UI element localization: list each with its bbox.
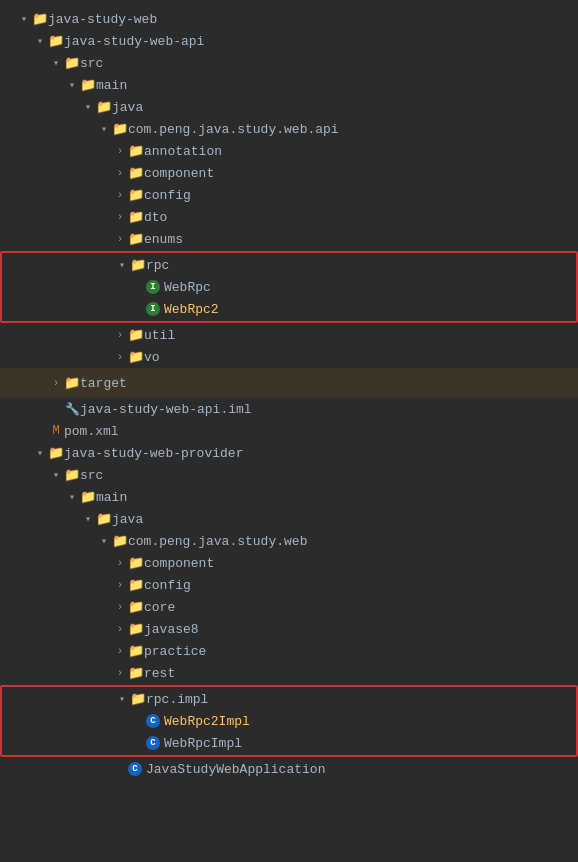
tree-item-src-api[interactable]: 📁 src xyxy=(0,52,578,74)
tree-item-iml-api[interactable]: 🔧 java-study-web-api.iml xyxy=(0,398,578,420)
tree-item-config-api[interactable]: 📁 config xyxy=(0,184,578,206)
label-WebRpc2: WebRpc2 xyxy=(164,302,219,317)
label-practice: practice xyxy=(144,644,206,659)
tree-item-rpc-impl[interactable]: 📁 rpc.impl xyxy=(2,688,576,710)
folder-icon-component-api: 📁 xyxy=(128,166,144,180)
tree-item-java-study-web-api[interactable]: 📁 java-study-web-api xyxy=(0,30,578,52)
folder-icon-main-api: 📁 xyxy=(80,78,96,92)
tree-item-practice[interactable]: 📁 practice xyxy=(0,640,578,662)
label-config-api: config xyxy=(144,188,191,203)
arrow-src-prov xyxy=(48,469,64,481)
folder-icon-util: 📁 xyxy=(128,328,144,342)
tree-item-rest[interactable]: 📁 rest xyxy=(0,662,578,684)
folder-icon-vo: 📁 xyxy=(128,350,144,364)
label-iml-api: java-study-web-api.iml xyxy=(80,402,252,417)
tree-item-core-prov[interactable]: 📁 core xyxy=(0,596,578,618)
tree-item-component-api[interactable]: 📁 component xyxy=(0,162,578,184)
arrow-core-prov xyxy=(112,602,128,613)
label-enums: enums xyxy=(144,232,183,247)
badge-interface-WebRpc: I xyxy=(146,280,160,294)
folder-icon-rpc-impl: 📁 xyxy=(130,692,146,706)
arrow-component-api xyxy=(112,168,128,179)
tree-item-main-prov[interactable]: 📁 main xyxy=(0,486,578,508)
tree-item-util[interactable]: 📁 util xyxy=(0,324,578,346)
tree-item-config-prov[interactable]: 📁 config xyxy=(0,574,578,596)
folder-icon-provider: 📁 xyxy=(48,446,64,460)
arrow-config-prov xyxy=(112,580,128,591)
arrow-rpc-impl xyxy=(114,693,130,705)
tree-item-java-study-web[interactable]: 📁 java-study-web xyxy=(0,8,578,30)
tree-item-java-prov[interactable]: 📁 java xyxy=(0,508,578,530)
label-JavaStudyWebApplication: JavaStudyWebApplication xyxy=(146,762,325,777)
arrow-vo xyxy=(112,352,128,363)
arrow-javase8 xyxy=(112,624,128,635)
tree-item-WebRpc2Impl[interactable]: C WebRpc2Impl xyxy=(2,710,576,732)
tree-item-WebRpc2[interactable]: I WebRpc2 xyxy=(2,298,576,320)
folder-icon-practice: 📁 xyxy=(128,644,144,658)
badge-class-WebRpc2Impl: C xyxy=(146,714,160,728)
label-WebRpcImpl: WebRpcImpl xyxy=(164,736,242,751)
tree-item-provider[interactable]: 📁 java-study-web-provider xyxy=(0,442,578,464)
badge-class-JavaStudyWebApplication: C xyxy=(128,762,142,776)
tree-item-java-api[interactable]: 📁 java xyxy=(0,96,578,118)
label-java-study-web: java-study-web xyxy=(48,12,157,27)
folder-icon-enums: 📁 xyxy=(128,232,144,246)
label-com-peng-prov: com.peng.java.study.web xyxy=(128,534,307,549)
tree-item-com-peng-prov[interactable]: 📁 com.peng.java.study.web xyxy=(0,530,578,552)
arrow-component-prov xyxy=(112,558,128,569)
label-WebRpc: WebRpc xyxy=(164,280,211,295)
arrow-dto xyxy=(112,212,128,223)
label-provider: java-study-web-provider xyxy=(64,446,243,461)
tree-item-JavaStudyWebApplication[interactable]: C JavaStudyWebApplication xyxy=(0,758,578,780)
label-rest: rest xyxy=(144,666,175,681)
label-WebRpc2Impl: WebRpc2Impl xyxy=(164,714,250,729)
tree-item-rpc[interactable]: 📁 rpc xyxy=(2,254,576,276)
arrow-enums xyxy=(112,234,128,245)
arrow-com-peng-api xyxy=(96,123,112,135)
label-java-prov: java xyxy=(112,512,143,527)
folder-icon-com-peng-api: 📁 xyxy=(112,122,128,136)
folder-icon-annotation: 📁 xyxy=(128,144,144,158)
label-main-prov: main xyxy=(96,490,127,505)
tree-item-target[interactable]: 📁 target xyxy=(0,372,578,394)
arrow-rest xyxy=(112,668,128,679)
arrow-main-prov xyxy=(64,491,80,503)
tree-item-vo[interactable]: 📁 vo xyxy=(0,346,578,368)
arrow-provider xyxy=(32,447,48,459)
label-core-prov: core xyxy=(144,600,175,615)
folder-icon-java-api: 📁 xyxy=(96,100,112,114)
tree-item-enums[interactable]: 📁 enums xyxy=(0,228,578,250)
label-pom-api: pom.xml xyxy=(64,424,119,439)
label-java-study-web-api: java-study-web-api xyxy=(64,34,204,49)
arrow-main-api xyxy=(64,79,80,91)
folder-icon-com-peng-prov: 📁 xyxy=(112,534,128,548)
rpc-impl-highlighted-group: 📁 rpc.impl C WebRpc2Impl C WebRpcImpl xyxy=(0,685,578,757)
arrow-java-prov xyxy=(80,513,96,525)
tree-item-com-peng-api[interactable]: 📁 com.peng.java.study.web.api xyxy=(0,118,578,140)
tree-item-javase8[interactable]: 📁 javase8 xyxy=(0,618,578,640)
tree-item-dto[interactable]: 📁 dto xyxy=(0,206,578,228)
folder-icon-dto: 📁 xyxy=(128,210,144,224)
tree-item-annotation[interactable]: 📁 annotation xyxy=(0,140,578,162)
tree-item-WebRpcImpl[interactable]: C WebRpcImpl xyxy=(2,732,576,754)
folder-icon-target: 📁 xyxy=(64,376,80,390)
file-icon-iml-api: 🔧 xyxy=(64,402,80,417)
folder-icon-api: 📁 xyxy=(48,34,64,48)
badge-interface-WebRpc2: I xyxy=(146,302,160,316)
tree-item-main-api[interactable]: 📁 main xyxy=(0,74,578,96)
tree-item-src-prov[interactable]: 📁 src xyxy=(0,464,578,486)
folder-icon-config-prov: 📁 xyxy=(128,578,144,592)
folder-icon-main-prov: 📁 xyxy=(80,490,96,504)
arrow-src-api xyxy=(48,57,64,69)
tree-item-component-prov[interactable]: 📁 component xyxy=(0,552,578,574)
tree-item-pom-api[interactable]: M pom.xml xyxy=(0,420,578,442)
arrow-java-api xyxy=(80,101,96,113)
folder-icon-rpc: 📁 xyxy=(130,258,146,272)
arrow-config-api xyxy=(112,190,128,201)
label-javase8: javase8 xyxy=(144,622,199,637)
tree-item-WebRpc[interactable]: I WebRpc xyxy=(2,276,576,298)
label-target: target xyxy=(80,376,127,391)
folder-icon-java-prov: 📁 xyxy=(96,512,112,526)
folder-icon-java-study-web: 📁 xyxy=(32,12,48,26)
label-src-prov: src xyxy=(80,468,103,483)
